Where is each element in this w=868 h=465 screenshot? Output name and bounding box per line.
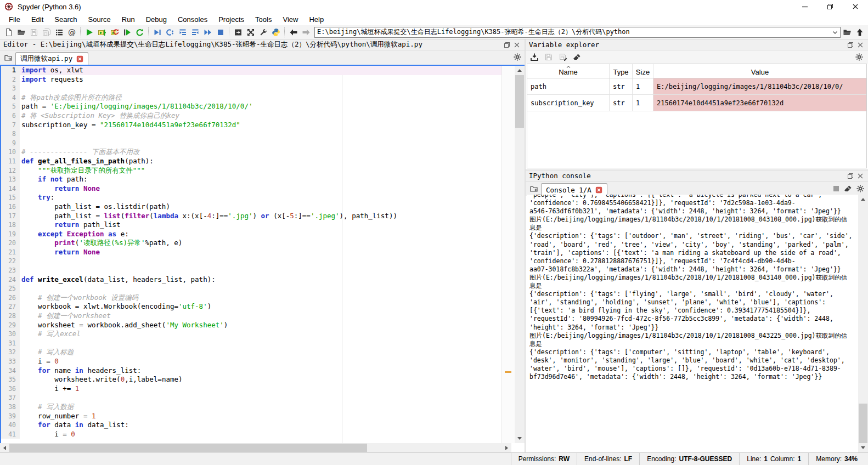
menu-item-search[interactable]: Search: [49, 14, 82, 25]
open-file-button[interactable]: [15, 26, 27, 39]
save-button[interactable]: [27, 26, 40, 39]
undock-pane-icon[interactable]: [503, 41, 511, 49]
continue-button[interactable]: [201, 26, 214, 39]
close-pane-icon[interactable]: [856, 41, 865, 49]
code-token: [21, 239, 54, 247]
rerun-button[interactable]: [133, 26, 146, 39]
menu-item-edit[interactable]: Edit: [26, 14, 49, 25]
line-number: 10: [1, 148, 20, 157]
editor-horizontal-scrollbar[interactable]: [0, 443, 511, 452]
step-into-button[interactable]: [176, 26, 189, 39]
save-data-as-button[interactable]: [556, 50, 569, 64]
menu-item-help[interactable]: Help: [303, 14, 329, 25]
scroll-left-arrow[interactable]: [0, 443, 9, 452]
editor-vertical-scrollbar[interactable]: [515, 66, 525, 443]
scrollbar-thumb[interactable]: [515, 75, 524, 128]
stop-button[interactable]: [214, 26, 227, 39]
working-directory-combo[interactable]: E:\beijing\城垣杯成果提交\生命日志Lifelogging\K385-…: [314, 27, 841, 38]
status-label: Line:: [747, 455, 761, 463]
browse-tabs-button[interactable]: [1, 51, 15, 64]
editor-options-gear-icon[interactable]: [513, 53, 522, 61]
scrollbar-thumb[interactable]: [859, 404, 867, 443]
menu-item-consoles[interactable]: Consoles: [172, 14, 213, 25]
scroll-down-arrow[interactable]: [858, 443, 867, 452]
python-path-button[interactable]: [269, 26, 282, 39]
restore-button[interactable]: [818, 0, 843, 13]
rerun-cell-button[interactable]: [108, 26, 121, 39]
maximize-pane-button[interactable]: [244, 26, 257, 39]
table-row[interactable]: subscription_keystr121560174e10d4451a9ef…: [527, 95, 866, 111]
menu-item-file[interactable]: File: [3, 14, 26, 25]
run-button[interactable]: [83, 26, 95, 39]
variable-explorer-options-gear-icon[interactable]: [855, 53, 864, 61]
close-pane-icon[interactable]: [856, 172, 865, 180]
close-tab-icon[interactable]: [595, 186, 602, 194]
menu-item-projects[interactable]: Projects: [213, 14, 250, 25]
save-all-button[interactable]: [40, 26, 53, 39]
clear-console-icon[interactable]: [844, 184, 853, 193]
save-all-icon: [42, 28, 51, 37]
console-line: 'road', 'board', 'red', 'tree', 'view', …: [529, 241, 858, 249]
column-header-value[interactable]: Value: [653, 64, 866, 78]
scroll-down-arrow[interactable]: [515, 434, 524, 443]
chevron-down-icon[interactable]: [830, 27, 840, 37]
symbol-finder-button[interactable]: @: [65, 26, 78, 39]
back-button[interactable]: [287, 26, 300, 39]
column-header-name[interactable]: Name: [527, 64, 610, 78]
step-run-button[interactable]: [164, 26, 176, 39]
scroll-up-arrow[interactable]: [515, 66, 524, 75]
console-output[interactable]: 'people', 'city'], 'captions': [{'text':…: [527, 195, 858, 452]
code-token: return: [54, 220, 79, 229]
line-number: 39: [1, 412, 20, 421]
interrupt-kernel-icon[interactable]: [832, 184, 841, 193]
menu-item-debug[interactable]: Debug: [140, 14, 172, 25]
toolbar-buttons: @: [2, 26, 312, 39]
code-area[interactable]: 1import os, xlwt2import requests34# 将pat…: [1, 66, 501, 443]
undock-pane-icon[interactable]: [846, 172, 855, 180]
parent-directory-button[interactable]: [853, 26, 866, 39]
preferences-button[interactable]: [257, 26, 269, 39]
console-options-gear-icon[interactable]: [856, 184, 865, 193]
code-text: [20, 284, 21, 293]
run-external-button[interactable]: [232, 26, 244, 39]
code-token: return: [54, 184, 79, 192]
column-header-size[interactable]: Size: [633, 64, 653, 78]
column-header-label: Type: [613, 68, 628, 76]
menu-item-tools[interactable]: Tools: [250, 14, 277, 25]
editor-tab[interactable]: 调用微软api.py: [15, 52, 88, 65]
file-switcher-button[interactable]: [53, 26, 65, 39]
run-cell-button[interactable]: [95, 26, 108, 39]
new-file-button[interactable]: [2, 26, 15, 39]
save-data-button[interactable]: [542, 50, 555, 64]
browse-directory-button[interactable]: [841, 26, 853, 39]
status-group: Encoding:UTF-8-GUESSED: [639, 453, 739, 465]
close-button[interactable]: [843, 0, 868, 13]
variable-table-header: NameTypeSizeValue: [527, 64, 866, 78]
step-return-button[interactable]: [189, 26, 201, 39]
column-header-type[interactable]: Type: [610, 64, 633, 78]
console-tab[interactable]: Console 1/A: [541, 183, 607, 196]
console-line: [{'text': 'a bird flying in the sky', 'c…: [529, 307, 858, 315]
code-token: '读取路径(%s)异常': [79, 239, 145, 247]
close-tab-icon[interactable]: [76, 55, 83, 63]
console-line: 'desk', 'monitor', 'standing', 'large', …: [529, 356, 858, 365]
reset-namespace-button[interactable]: [571, 50, 583, 64]
debug-button[interactable]: [151, 26, 164, 39]
browse-tabs-button[interactable]: [527, 182, 541, 195]
minimize-button[interactable]: [792, 0, 818, 13]
table-row[interactable]: pathstr1E:/beijing/logging/images/1/8110…: [527, 78, 866, 95]
scroll-up-arrow[interactable]: [858, 195, 867, 204]
status-label: Encoding:: [647, 455, 676, 463]
code-text: except Exception as e:: [20, 230, 129, 239]
run-selection-button[interactable]: [121, 26, 133, 39]
console-scrollbar[interactable]: [858, 195, 868, 452]
menu-item-run[interactable]: Run: [116, 14, 140, 25]
menu-item-view[interactable]: View: [277, 14, 303, 25]
forward-button[interactable]: [300, 26, 312, 39]
menu-item-source[interactable]: Source: [83, 14, 116, 25]
close-pane-icon[interactable]: [512, 41, 521, 49]
undock-pane-icon[interactable]: [846, 41, 855, 49]
scrollbar-thumb[interactable]: [9, 444, 367, 452]
import-data-button[interactable]: [528, 50, 540, 64]
scroll-right-arrow[interactable]: [502, 443, 511, 452]
